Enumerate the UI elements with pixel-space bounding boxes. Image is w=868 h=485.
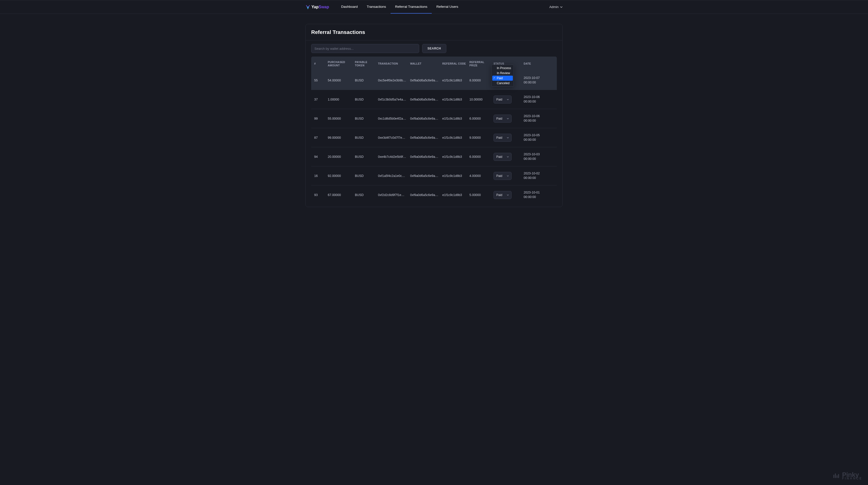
chevron-down-icon: [507, 137, 509, 139]
chevron-down-icon: [507, 175, 509, 177]
table-row: 94 20.00000 BUSD 0xe4b7c4d2e5b9f… 0xf9a0…: [311, 147, 557, 166]
cell-id: 87: [314, 136, 326, 140]
logo-icon: [305, 4, 310, 9]
cell-date: 2023-10-01 00:00:00: [524, 190, 545, 199]
search-input[interactable]: [311, 44, 419, 53]
status-dropdown: In Process In Review Paid Canceled: [491, 65, 514, 87]
chevron-down-icon: [507, 194, 509, 196]
table-row: 93 67.00000 BUSD 0xf2d2c8d9f7f1e… 0xf9a0…: [311, 185, 557, 204]
status-option-paid[interactable]: Paid: [492, 75, 513, 81]
cell-prize: 5.00000: [469, 193, 492, 197]
cell-tx: 0xe3d4f7c0d7f7e…: [378, 136, 408, 140]
nav-link-transactions[interactable]: Transactions: [362, 0, 391, 13]
cell-wallet: 0xf9a0d6a5c6e9a…: [410, 117, 440, 120]
th-code: REFERRAL CODE: [442, 62, 467, 65]
chevron-down-icon: [507, 118, 509, 120]
cell-date: 2023-10-07 00:00:00: [524, 76, 545, 85]
cell-code: e1f1c9c1d8b3: [442, 117, 467, 120]
nav-links: Dashboard Transactions Referral Transact…: [337, 0, 463, 13]
status-select-label: Paid: [496, 174, 502, 178]
status-select[interactable]: Paid: [494, 134, 512, 142]
watermark-sub: FINANCE: [842, 477, 863, 480]
cell-prize: 10.00000: [469, 98, 492, 101]
cell-tx: 0xe4b7c4d2e5b9f…: [378, 155, 408, 158]
user-menu[interactable]: Admin: [549, 5, 563, 9]
cell-token: BUSD: [355, 193, 376, 197]
th-date: DATE: [524, 62, 545, 65]
cell-prize: 6.00000: [469, 155, 492, 158]
cell-date: 2023-10-06 00:00:00: [524, 95, 545, 104]
cell-id: 93: [314, 193, 326, 197]
main-panel: Referral Transactions SEARCH # PURCHASED…: [305, 24, 563, 207]
user-menu-label: Admin: [549, 5, 559, 9]
cell-code: e1f1c9c1d8b3: [442, 193, 467, 197]
status-select[interactable]: Paid: [494, 191, 512, 199]
logo[interactable]: YapSwap: [305, 0, 329, 13]
cell-token: BUSD: [355, 174, 376, 178]
cell-prize: 4.00000: [469, 174, 492, 178]
cell-code: e1f1c9c1d8b3: [442, 155, 467, 158]
logo-text-a: Yap: [311, 5, 318, 9]
search-button[interactable]: SEARCH: [422, 44, 446, 53]
th-tx: TRANSACTION: [378, 62, 408, 65]
cell-tx: 0xc5e4f0e2e3b9b…: [378, 79, 408, 82]
cell-purchased: 67.00000: [328, 193, 353, 197]
status-option-canceled[interactable]: Canceled: [492, 81, 513, 86]
chevron-down-icon: [507, 156, 509, 158]
th-purchased: PURCHASED AMOUNT: [328, 61, 353, 67]
cell-prize: 6.00000: [469, 117, 492, 120]
cell-wallet: 0xf9a0d6a5c6e9a…: [410, 155, 440, 158]
cell-token: BUSD: [355, 136, 376, 140]
cell-purchased: 1.00000: [328, 98, 353, 101]
cell-tx: 0xf1c3b0d5a7e4a…: [378, 98, 408, 101]
cell-purchased: 92.00000: [328, 174, 353, 178]
status-select[interactable]: Paid: [494, 95, 512, 103]
status-select[interactable]: Paid: [494, 153, 512, 161]
status-select[interactable]: Paid: [494, 115, 512, 123]
status-select[interactable]: Paid In Process In Review Paid Canceled: [494, 77, 512, 85]
cell-code: e1f1c9c1d8b3: [442, 174, 467, 178]
cell-id: 16: [314, 174, 326, 178]
cell-id: 94: [314, 155, 326, 158]
cell-tx: 0xf2d2c8d9f7f1e…: [378, 193, 408, 197]
status-option-in-process[interactable]: In Process: [492, 66, 513, 71]
table-row: 99 55.00000 BUSD 0xc1d8d5b0e4f2a… 0xf9a0…: [311, 109, 557, 128]
status-option-in-review[interactable]: In Review: [492, 71, 513, 75]
chevron-down-icon: [560, 6, 563, 8]
nav-link-referral-users[interactable]: Referral Users: [432, 0, 463, 13]
watermark: Pinky FINANCE: [833, 472, 863, 480]
logo-text-b: Swap: [318, 5, 329, 9]
th-prize: REFERRAL PRIZE: [469, 61, 492, 67]
cell-token: BUSD: [355, 117, 376, 120]
th-wallet: WALLET: [410, 62, 440, 65]
cell-purchased: 20.00000: [328, 155, 353, 158]
transactions-table: # PURCHASED AMOUNT PAYABLE TOKEN TRANSAC…: [311, 57, 557, 204]
cell-purchased: 55.00000: [328, 117, 353, 120]
cell-wallet: 0xf9a0d6a5c6e9a…: [410, 98, 440, 101]
cell-token: BUSD: [355, 98, 376, 101]
cell-id: 55: [314, 79, 326, 82]
nav-link-dashboard[interactable]: Dashboard: [337, 0, 362, 13]
cell-prize: 8.00000: [469, 79, 492, 82]
cell-code: e1f1c9c1d8b3: [442, 136, 467, 140]
cell-wallet: 0xf9a0d6a5c6e9a…: [410, 174, 440, 178]
table-header: # PURCHASED AMOUNT PAYABLE TOKEN TRANSAC…: [311, 57, 557, 71]
watermark-icon: [833, 472, 840, 480]
chevron-down-icon: [507, 98, 509, 100]
cell-id: 99: [314, 117, 326, 120]
th-token: PAYABLE TOKEN: [355, 61, 376, 67]
cell-code: e1f1c9c1d8b3: [442, 98, 467, 101]
status-select-label: Paid: [496, 136, 502, 140]
th-id: #: [314, 62, 326, 65]
table-row: 55 54.00000 BUSD 0xc5e4f0e2e3b9b… 0xf9a0…: [311, 71, 557, 90]
status-select-label: Paid: [496, 155, 502, 158]
cell-date: 2023-10-03 00:00:00: [524, 152, 545, 161]
nav-link-referral-transactions[interactable]: Referral Transactions: [391, 0, 432, 13]
cell-date: 2023-10-06 00:00:00: [524, 114, 545, 123]
cell-purchased: 54.00000: [328, 79, 353, 82]
cell-purchased: 99.00000: [328, 136, 353, 140]
cell-id: 37: [314, 98, 326, 101]
status-select[interactable]: Paid: [494, 172, 512, 180]
cell-tx: 0xf1a5f4c2a1e0c…: [378, 174, 408, 178]
cell-wallet: 0xf9a0d6a5c6e9a…: [410, 79, 440, 82]
